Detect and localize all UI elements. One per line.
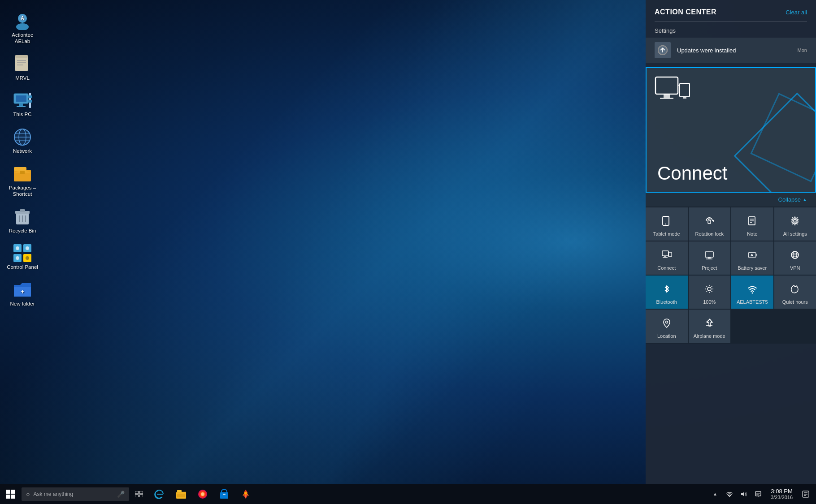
updates-notif-icon <box>655 42 671 58</box>
volume-tray-icon[interactable] <box>738 488 750 500</box>
desktop-icon-this-pc[interactable]: This PC <box>4 88 40 121</box>
taskbar-clock[interactable]: 3:08 PM 3/23/2016 <box>766 488 797 500</box>
qa-tablet-mode[interactable]: Tablet mode <box>646 207 688 241</box>
svg-point-88 <box>751 292 753 293</box>
taskbar-explorer[interactable] <box>170 484 192 504</box>
action-center-tray-icon[interactable] <box>752 488 764 500</box>
control-panel-label: Control Panel <box>7 264 38 271</box>
taskbar-colorful-app[interactable] <box>192 484 213 504</box>
svg-rect-11 <box>19 103 23 106</box>
svg-point-89 <box>665 321 668 323</box>
qa-quiet-hours[interactable]: Quiet hours <box>774 276 816 309</box>
project-icon <box>704 250 714 263</box>
updates-notif-time: Mon <box>798 47 807 53</box>
svg-point-35 <box>16 246 19 250</box>
action-center-header: ACTION CENTER Clear all <box>646 0 816 22</box>
network-tray-icon[interactable] <box>723 488 736 500</box>
svg-rect-94 <box>11 495 15 499</box>
network-icon <box>13 128 32 146</box>
bluetooth-icon <box>662 284 672 297</box>
search-placeholder: Ask me anything <box>33 491 73 497</box>
collapse-button[interactable]: Collapse ▲ <box>778 196 807 203</box>
search-icon: ○ <box>26 491 30 498</box>
connect-tile-label: Connect <box>657 164 727 183</box>
taskbar-search[interactable]: ○ Ask me anything 🎤 <box>22 487 129 501</box>
svg-rect-10 <box>16 95 26 102</box>
system-tray: ▲ 3:08 PM <box>709 484 816 504</box>
desktop-icon-recycle-bin[interactable]: Recycle Bin <box>4 205 40 237</box>
svg-rect-27 <box>20 209 25 212</box>
svg-line-108 <box>247 494 248 496</box>
qa-all-settings[interactable]: All settings <box>774 207 816 241</box>
svg-point-60 <box>794 220 796 222</box>
tray-expand-button[interactable]: ▲ <box>709 488 721 500</box>
qa-wifi[interactable]: AELABTEST5 <box>731 276 773 309</box>
svg-point-21 <box>14 129 30 145</box>
svg-rect-62 <box>668 252 672 257</box>
svg-rect-93 <box>6 495 10 499</box>
svg-rect-92 <box>11 490 15 494</box>
qa-connect[interactable]: Connect <box>646 241 688 275</box>
tablet-mode-label: Tablet mode <box>653 231 680 237</box>
svg-rect-45 <box>664 94 670 98</box>
desktop-icon-actiontec[interactable]: A Actiontec AELab <box>4 9 40 47</box>
ac-collapse-row: Collapse ▲ <box>646 193 816 207</box>
qa-battery-saver[interactable]: Battery saver <box>731 241 773 275</box>
svg-line-84 <box>707 286 707 287</box>
taskbar-edge[interactable] <box>149 484 170 504</box>
new-folder-icon: + <box>13 280 32 299</box>
packages-icon <box>13 164 32 183</box>
clock-date: 3/23/2016 <box>771 495 793 500</box>
svg-rect-14 <box>28 95 32 98</box>
battery-saver-icon <box>747 250 757 263</box>
bluetooth-label: Bluetooth <box>656 299 677 305</box>
action-center-title: ACTION CENTER <box>655 8 716 16</box>
svg-line-107 <box>243 494 244 496</box>
clear-all-button[interactable]: Clear all <box>786 9 807 16</box>
taskbar-store[interactable] <box>213 484 235 504</box>
actiontec-icon: A <box>13 12 32 30</box>
qa-note[interactable]: Note <box>731 207 773 241</box>
this-pc-icon <box>13 91 32 110</box>
task-view-button[interactable] <box>129 484 149 504</box>
actiontec-label: Actiontec AELab <box>6 32 39 45</box>
airplane-mode-icon <box>704 318 714 331</box>
desktop-icon-packages[interactable]: Packages – Shortcut <box>4 162 40 200</box>
desktop-icon-mrvl[interactable]: MRVL <box>4 52 40 84</box>
wifi-icon <box>747 284 757 297</box>
desktop-icon-new-folder[interactable]: + New folder <box>4 278 40 310</box>
qa-airplane-mode[interactable]: Airplane mode <box>689 310 731 343</box>
start-button[interactable] <box>0 484 22 504</box>
connect-large-tile[interactable]: Connect <box>646 67 816 193</box>
packages-label: Packages – Shortcut <box>6 185 39 198</box>
svg-rect-5 <box>15 55 28 58</box>
desktop-icon-network[interactable]: Network <box>4 125 40 157</box>
quiet-hours-icon <box>790 284 800 297</box>
location-icon <box>662 318 672 331</box>
wifi-label: AELABTEST5 <box>737 299 768 305</box>
desktop-icon-control-panel[interactable]: Control Panel <box>4 241 40 273</box>
qa-bluetooth[interactable]: Bluetooth <box>646 276 688 309</box>
qa-rotation-lock[interactable]: Rotation lock <box>689 207 731 241</box>
qa-vpn[interactable]: VPN <box>774 241 816 275</box>
qa-project[interactable]: Project <box>689 241 731 275</box>
svg-rect-97 <box>135 495 139 497</box>
network-label: Network <box>13 148 32 155</box>
taskbar-rocket-app[interactable] <box>235 484 256 504</box>
note-icon <box>747 216 757 228</box>
svg-line-86 <box>712 286 712 287</box>
new-folder-label: New folder <box>10 301 35 307</box>
svg-point-36 <box>26 246 29 250</box>
svg-rect-96 <box>139 491 143 494</box>
qa-brightness[interactable]: 100% <box>689 276 731 309</box>
all-settings-label: All settings <box>783 231 807 237</box>
qa-location[interactable]: Location <box>646 310 688 343</box>
this-pc-label: This PC <box>13 112 32 118</box>
svg-rect-100 <box>177 490 182 492</box>
notification-center-button[interactable] <box>799 484 812 504</box>
brightness-icon <box>704 284 714 297</box>
svg-rect-44 <box>655 77 678 94</box>
airplane-mode-label: Airplane mode <box>694 333 725 339</box>
svg-rect-91 <box>6 490 10 494</box>
ac-notification-updates[interactable]: Updates were installed Mon <box>646 38 816 63</box>
